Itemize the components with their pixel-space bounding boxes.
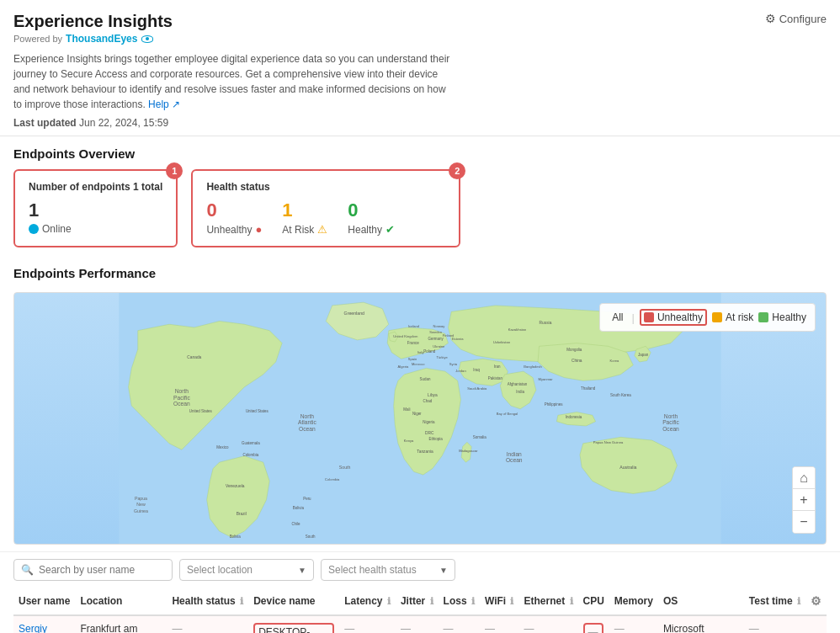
svg-text:North: North [300,413,315,419]
healthy-label: Healthy ✔ [348,223,395,236]
svg-text:Canada: Canada [187,355,201,359]
svg-text:Japan: Japan [638,353,649,357]
powered-by: Powered by ThousandEyes [13,33,827,45]
atrisk-icon: ⚠ [317,223,327,236]
col-username: User name [13,588,75,615]
location-filter[interactable]: Select location ▼ [179,559,314,581]
legend-all-label[interactable]: All [609,311,626,323]
svg-text:Iraq: Iraq [473,368,480,372]
col-jitter: Jitter ℹ [396,588,439,615]
col-memory: Memory [609,588,658,615]
svg-text:Nigeria: Nigeria [423,420,435,424]
page-title: Experience Insights [13,12,173,31]
cell-testtime: — [744,615,805,633]
svg-text:Germany: Germany [428,337,444,341]
svg-text:Libya: Libya [428,393,438,397]
wifi-info-icon[interactable]: ℹ [510,596,513,606]
svg-text:Türkiye: Türkiye [436,355,448,359]
col-settings: ⚙ [805,588,827,615]
svg-text:Kazakhstan: Kazakhstan [508,327,526,332]
cell-location: Frankfurt am Main, Germany [75,615,167,633]
legend-unhealthy[interactable]: Unhealthy [640,309,707,326]
testtime-info-icon[interactable]: ℹ [797,596,800,606]
overview-cards: 1 Number of endpoints 1 total 1 Online 2… [13,169,827,247]
svg-text:Poland: Poland [423,349,435,354]
unhealthy-label: Unhealthy ● [206,223,262,236]
healthy-icon: ✔ [385,223,395,236]
svg-text:Algeria: Algeria [398,364,409,369]
svg-text:New: New [136,502,146,507]
map-zoom-out-button[interactable]: − [793,511,815,533]
table-row: Sergiy Frankfurt am Main, Germany — DESK… [13,615,827,633]
svg-text:Jordan: Jordan [455,369,465,373]
filters-bar: 🔍 Select location ▼ Select health status… [0,551,840,588]
svg-text:United States: United States [189,409,213,413]
svg-text:Afghanistan: Afghanistan [508,382,528,386]
endpoints-overview-section: Endpoints Overview 1 Number of endpoints… [0,136,840,258]
svg-text:Ukraine: Ukraine [433,344,445,348]
svg-text:Papua New Guinea: Papua New Guinea [593,440,624,444]
cell-loss: — [439,615,480,633]
card1-count: 1 [29,199,162,221]
search-input[interactable] [39,564,165,576]
latency-info-icon[interactable]: ℹ [387,596,391,606]
atrisk-count: 1 [282,199,327,221]
svg-text:Guinea: Guinea [134,508,148,513]
col-location: Location [75,588,167,615]
map-zoom-in-button[interactable]: + [793,489,815,511]
description-text: Experience Insights brings together empl… [13,51,451,112]
svg-text:Indian: Indian [507,451,523,457]
search-filter[interactable]: 🔍 [13,559,173,581]
map-wrapper: North Pacific Ocean North Atlantic Ocean… [0,292,840,551]
legend-atrisk[interactable]: At risk [712,311,753,323]
help-link[interactable]: Help ↗ [148,98,180,110]
endpoints-performance-title: Endpoints Performance [13,266,827,280]
unhealthy-legend-dot [644,312,654,322]
cell-settings-action [805,615,827,633]
ethernet-info-icon[interactable]: ℹ [570,596,573,606]
world-map[interactable]: North Pacific Ocean North Atlantic Ocean… [13,292,827,545]
card2-badge: 2 [449,162,465,179]
healthy-legend-dot [758,312,768,322]
svg-text:Colombia: Colombia [325,478,340,482]
svg-text:Norway: Norway [433,324,445,328]
svg-text:Italy: Italy [417,350,424,354]
svg-text:Pakistan: Pakistan [488,376,503,380]
map-controls: ⌂ + − [792,466,816,534]
col-os: OS [658,588,744,615]
card1-title: Number of endpoints 1 total [29,181,162,193]
device-name-box: DESKTOP-JLL4OS0 3 [253,623,334,633]
svg-text:Saudi Arabia: Saudi Arabia [467,386,487,391]
svg-text:DRC: DRC [425,431,434,435]
svg-text:Morocco: Morocco [412,362,425,366]
svg-text:Guatemala: Guatemala [242,441,260,445]
jitter-info-icon[interactable]: ℹ [430,596,433,606]
col-wifi: WiFi ℹ [480,588,519,615]
configure-button[interactable]: ⚙ Configure [765,12,827,25]
map-home-button[interactable]: ⌂ [793,467,815,489]
svg-text:South: South [306,535,316,539]
health-filter-label: Select health status [328,564,417,576]
cell-latency: — [339,615,396,633]
health-status-filter[interactable]: Select health status ▼ [321,559,455,581]
cell-health: — [167,615,248,633]
map-legend: All | Unhealthy At risk Healthy [599,303,816,332]
legend-healthy[interactable]: Healthy [758,311,806,323]
col-cpu: CPU [578,588,609,615]
endpoints-table: User name Location Health status ℹ Devic… [13,588,827,633]
endpoints-performance-section: Endpoints Performance [0,258,840,292]
health-info-icon[interactable]: ℹ [240,596,243,606]
unhealthy-count: 0 [206,199,262,221]
table-settings-icon[interactable]: ⚙ [811,594,821,608]
svg-text:Mali: Mali [403,407,410,412]
svg-text:Ocean: Ocean [662,426,679,432]
svg-text:Spain: Spain [408,357,417,361]
endpoints-overview-title: Endpoints Overview [13,146,827,161]
search-icon: 🔍 [21,564,34,576]
username-link[interactable]: Sergiy [19,623,47,633]
loss-info-icon[interactable]: ℹ [471,596,475,606]
cell-jitter: — [396,615,439,633]
svg-text:Ocean: Ocean [299,426,316,432]
card2-title: Health status [206,181,445,193]
page-header: Experience Insights ⚙ Configure Powered … [0,0,840,136]
